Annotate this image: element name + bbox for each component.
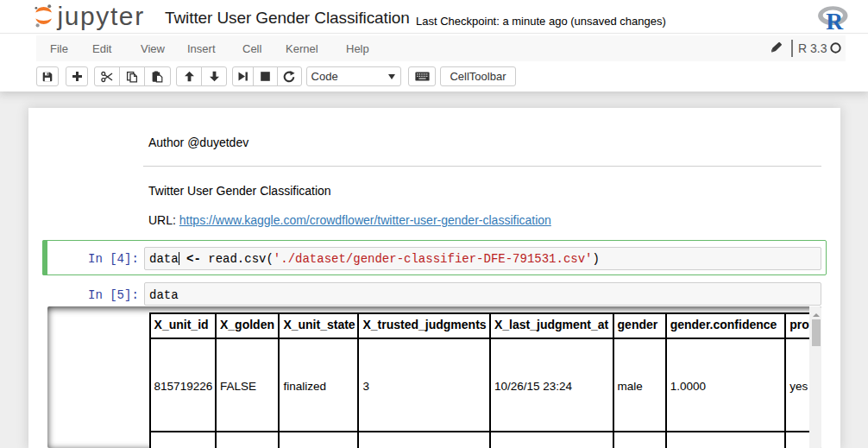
svg-text:R: R: [826, 8, 844, 33]
svg-text:jupyter: jupyter: [57, 3, 145, 30]
